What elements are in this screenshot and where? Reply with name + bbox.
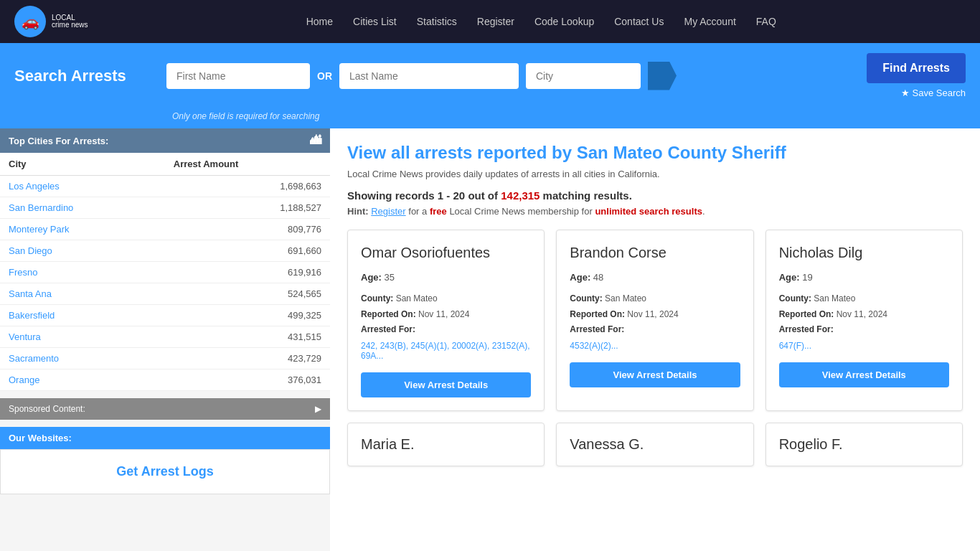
city-link[interactable]: Sacramento [9, 353, 59, 364]
total-count: 142,315 [501, 189, 540, 202]
nav-home[interactable]: Home [306, 16, 333, 27]
search-hint: Only one field is required for searching [172, 111, 319, 121]
showing-records: Showing records 1 - 20 out of 142,315 ma… [347, 189, 963, 202]
arrest-card: Nicholas Dilg Age: 19 County: San Mateo … [765, 230, 963, 411]
sponsored-bar: Sponsored Content: ▶ [0, 398, 330, 420]
search-inputs: OR [166, 62, 858, 90]
table-row: Monterey Park 809,776 [0, 219, 330, 240]
city-link[interactable]: Monterey Park [9, 224, 70, 235]
city-link[interactable]: Orange [9, 375, 39, 385]
arrest-count: 524,565 [165, 283, 330, 305]
nav-code-lookup[interactable]: Code Lookup [534, 16, 594, 27]
card-codes: 242, 243(B), 245(A)(1), 20002(A), 23152(… [361, 341, 531, 361]
view-arrest-details-button[interactable]: View Arrest Details [361, 372, 531, 397]
table-row: Bakersfield 499,325 [0, 305, 330, 326]
card-name: Rogelio F. [779, 436, 949, 453]
city-link[interactable]: Santa Ana [9, 288, 52, 299]
card-name: Vanessa G. [570, 436, 740, 453]
city-link[interactable]: San Diego [9, 245, 52, 256]
card-name: Maria E. [361, 436, 531, 453]
sponsored-icon: ▶ [315, 404, 321, 414]
city-link[interactable]: Los Angeles [9, 181, 60, 192]
register-link[interactable]: Register [371, 206, 405, 217]
logo-icon: 🚗 [14, 6, 46, 37]
table-row: Ventura 431,515 [0, 326, 330, 348]
arrest-amount-column-header: Arrest Amount [165, 153, 330, 176]
arrest-card: Brandon Corse Age: 48 County: San Mateo … [556, 230, 753, 411]
table-row: Los Angeles 1,698,663 [0, 176, 330, 197]
table-row: Sacramento 423,729 [0, 348, 330, 369]
get-arrest-logs-title: Get Arrest Logs [15, 464, 315, 479]
arrest-card-partial: Maria E. [347, 423, 545, 466]
our-websites-bar: Our Websites: [0, 427, 330, 449]
city-link[interactable]: Bakersfield [9, 310, 55, 321]
city-link[interactable]: Fresno [9, 267, 37, 278]
hint-text: Hint: Register for a free Local Crime Ne… [347, 206, 963, 217]
table-row: Santa Ana 524,565 [0, 283, 330, 305]
city-link[interactable]: San Bernardino [9, 202, 73, 213]
arrest-cards-row-2: Maria E.Vanessa G.Rogelio F. [347, 423, 963, 466]
arrest-card-partial: Rogelio F. [765, 423, 963, 466]
nav-links: HomeCities ListStatisticsRegisterCode Lo… [117, 16, 966, 27]
card-age: Age: 35 [361, 272, 531, 283]
card-detail: County: San Mateo Reported On: Nov 11, 2… [779, 291, 949, 338]
last-name-input[interactable] [339, 63, 519, 89]
top-cities-title: Top Cities For Arrests: 🏙 [0, 128, 330, 153]
main-layout: Top Cities For Arrests: 🏙 City Arrest Am… [0, 128, 980, 551]
search-arrow-decoration [648, 62, 677, 90]
cities-table: City Arrest Amount Los Angeles 1,698,663… [0, 153, 330, 391]
view-arrest-details-button[interactable]: View Arrest Details [570, 362, 740, 387]
arrest-count: 1,698,663 [165, 176, 330, 197]
arrest-count: 423,729 [165, 348, 330, 369]
arrest-count: 809,776 [165, 219, 330, 240]
find-arrests-button[interactable]: Find Arrests [867, 53, 966, 83]
record-range: 1 - 20 [438, 189, 465, 202]
or-label: OR [317, 70, 332, 82]
arrest-count: 431,515 [165, 326, 330, 348]
card-detail: County: San Mateo Reported On: Nov 11, 2… [361, 291, 531, 338]
nav-statistics[interactable]: Statistics [417, 16, 457, 27]
content-subtitle: Local Crime News provides daily updates … [347, 169, 963, 179]
nav-faq[interactable]: FAQ [756, 16, 776, 27]
card-age: Age: 48 [570, 272, 740, 283]
city-column-header: City [0, 153, 165, 176]
star-icon: ★ [901, 88, 910, 98]
nav-cities-list[interactable]: Cities List [353, 16, 397, 27]
city-input[interactable] [526, 63, 641, 89]
arrest-card-partial: Vanessa G. [556, 423, 753, 466]
card-age: Age: 19 [779, 272, 949, 283]
arrest-count: 499,325 [165, 305, 330, 326]
logo[interactable]: 🚗 LOCAL crime news [14, 6, 88, 37]
first-name-input[interactable] [166, 63, 310, 89]
table-row: San Diego 691,660 [0, 240, 330, 262]
city-link[interactable]: Ventura [9, 331, 41, 342]
arrest-count: 376,031 [165, 369, 330, 391]
nav-my-account[interactable]: My Account [684, 16, 735, 27]
page-title: View all arrests reported by San Mateo C… [347, 143, 963, 163]
get-arrest-logs-widget: Get Arrest Logs [0, 449, 330, 494]
card-detail: County: San Mateo Reported On: Nov 11, 2… [570, 291, 740, 338]
search-bar: Search Arrests OR Find Arrests ★ Save Se… [0, 43, 980, 108]
table-row: Fresno 619,916 [0, 262, 330, 283]
save-search-link[interactable]: ★ Save Search [901, 88, 966, 98]
nav-register[interactable]: Register [477, 16, 514, 27]
card-name: Nicholas Dilg [779, 243, 949, 262]
card-name: Brandon Corse [570, 243, 740, 262]
sidebar: Top Cities For Arrests: 🏙 City Arrest Am… [0, 128, 330, 551]
arrest-card: Omar Osoriofuentes Age: 35 County: San M… [347, 230, 545, 411]
card-codes: 647(F)... [779, 341, 949, 351]
search-right: Find Arrests ★ Save Search [867, 53, 966, 98]
search-title: Search Arrests [14, 67, 158, 85]
arrest-cards-row-1: Omar Osoriofuentes Age: 35 County: San M… [347, 230, 963, 411]
card-codes: 4532(A)(2)... [570, 341, 740, 351]
arrest-count: 691,660 [165, 240, 330, 262]
nav-contact-us[interactable]: Contact Us [614, 16, 664, 27]
city-icon: 🏙 [310, 134, 321, 147]
logo-text: LOCAL crime news [52, 14, 88, 29]
card-name: Omar Osoriofuentes [361, 243, 531, 262]
arrest-count: 1,188,527 [165, 197, 330, 219]
table-row: Orange 376,031 [0, 369, 330, 391]
view-arrest-details-button[interactable]: View Arrest Details [779, 362, 949, 387]
arrest-count: 619,916 [165, 262, 330, 283]
table-row: San Bernardino 1,188,527 [0, 197, 330, 219]
